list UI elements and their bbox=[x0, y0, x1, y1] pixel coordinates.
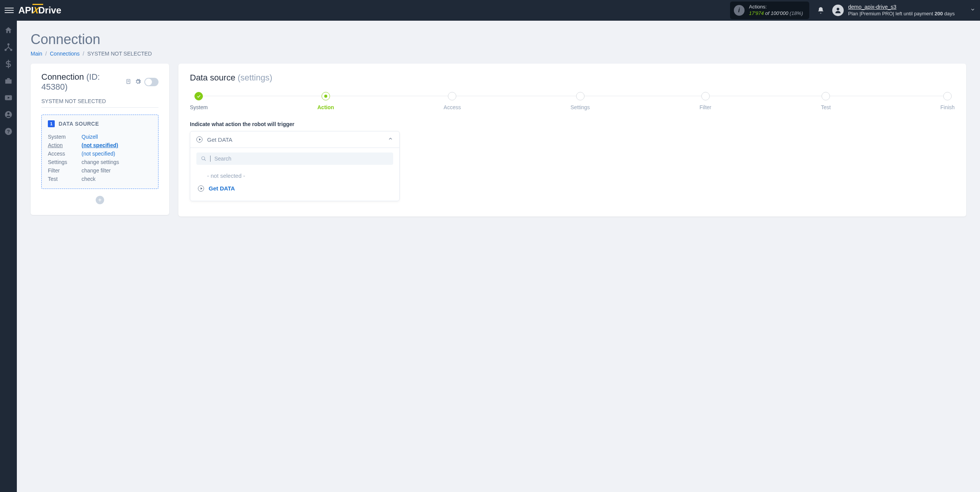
actions-counter[interactable]: i Actions: 17'974 of 100'000 (18%) bbox=[730, 2, 809, 19]
page-title: Connection bbox=[31, 31, 966, 48]
sidebar-help[interactable]: ? bbox=[4, 127, 13, 136]
panel-title: Data source (settings) bbox=[190, 73, 955, 83]
play-icon bbox=[196, 136, 203, 143]
svg-rect-11 bbox=[127, 79, 130, 84]
actions-total: 100'000 bbox=[771, 10, 788, 16]
sidebar: ? bbox=[0, 21, 17, 227]
sidebar-home[interactable] bbox=[4, 26, 13, 34]
main-content: Connection Main / Connections / SYSTEM N… bbox=[17, 21, 980, 227]
svg-point-1 bbox=[8, 44, 9, 45]
step-finish[interactable]: Finish bbox=[941, 92, 955, 110]
ds-filter-value[interactable]: change filter bbox=[82, 167, 111, 174]
sidebar-connections[interactable] bbox=[4, 43, 13, 51]
copy-icon[interactable] bbox=[125, 79, 132, 85]
bell-icon[interactable] bbox=[817, 7, 825, 14]
info-icon: i bbox=[734, 5, 745, 16]
breadcrumb-main[interactable]: Main bbox=[31, 51, 42, 57]
ds-row-access: Access (not specified) bbox=[48, 149, 152, 158]
ds-row-action: Action (not specified) bbox=[48, 141, 152, 149]
menu-button[interactable] bbox=[5, 6, 14, 15]
step-system[interactable]: System bbox=[190, 92, 208, 110]
search-box bbox=[196, 153, 393, 165]
actions-of: of bbox=[765, 10, 769, 16]
stepper: System Action Access Settings bbox=[190, 92, 955, 110]
actions-count: 17'974 bbox=[749, 10, 764, 16]
play-icon bbox=[198, 185, 204, 192]
instruction-text: Indicate what action the robot will trig… bbox=[190, 121, 955, 127]
actions-label: Actions: bbox=[749, 4, 803, 10]
step-badge: 1 bbox=[48, 120, 55, 127]
app-header: API X Drive i Actions: 17'974 of 100'000… bbox=[0, 0, 980, 21]
user-menu[interactable]: demo_apix-drive_s3 Plan |Premium PRO| le… bbox=[832, 3, 975, 17]
ds-access-value[interactable]: (not specified) bbox=[82, 151, 115, 157]
enable-toggle[interactable] bbox=[144, 78, 158, 86]
option-not-selected[interactable]: - not selected - bbox=[196, 169, 393, 182]
step-settings[interactable]: Settings bbox=[570, 92, 590, 110]
ds-row-test: Test check bbox=[48, 175, 152, 183]
svg-point-0 bbox=[836, 8, 839, 10]
svg-point-14 bbox=[202, 157, 205, 160]
svg-point-3 bbox=[11, 49, 12, 51]
sidebar-toolbox[interactable] bbox=[4, 77, 13, 85]
ds-row-settings: Settings change settings bbox=[48, 158, 152, 166]
step-access[interactable]: Access bbox=[444, 92, 461, 110]
svg-text:?: ? bbox=[7, 129, 10, 134]
breadcrumb: Main / Connections / SYSTEM NOT SELECTED bbox=[31, 51, 966, 57]
svg-point-8 bbox=[7, 113, 10, 115]
logo-drive: Drive bbox=[38, 5, 61, 16]
logo-api: API bbox=[18, 5, 34, 16]
connection-title: Connection (ID: 45380) bbox=[41, 72, 122, 92]
step-action[interactable]: Action bbox=[317, 92, 334, 110]
data-source-box: 1 DATA SOURCE System Quizell Action (not… bbox=[41, 115, 158, 189]
chevron-up-icon bbox=[388, 136, 393, 143]
option-get-data[interactable]: Get DATA bbox=[196, 182, 393, 195]
gear-icon[interactable] bbox=[135, 79, 141, 85]
svg-point-2 bbox=[5, 49, 7, 51]
breadcrumb-current: SYSTEM NOT SELECTED bbox=[87, 51, 152, 57]
ds-test-value[interactable]: check bbox=[82, 176, 96, 182]
svg-line-15 bbox=[204, 159, 206, 161]
logo[interactable]: API X Drive bbox=[18, 5, 61, 16]
dropdown-selected[interactable]: Get DATA bbox=[190, 131, 399, 148]
user-plan: Plan |Premium PRO| left until payment 20… bbox=[848, 11, 955, 17]
add-step-button[interactable]: + bbox=[96, 196, 104, 204]
system-not-selected-label: SYSTEM NOT SELECTED bbox=[41, 98, 158, 104]
ds-system-value[interactable]: Quizell bbox=[82, 134, 98, 140]
sidebar-account[interactable] bbox=[4, 110, 13, 119]
step-test[interactable]: Test bbox=[821, 92, 831, 110]
data-source-settings-panel: Data source (settings) System Action bbox=[178, 64, 966, 216]
step-filter[interactable]: Filter bbox=[699, 92, 711, 110]
dropdown-selected-text: Get DATA bbox=[207, 136, 232, 143]
dropdown-body: - not selected - Get DATA bbox=[190, 148, 399, 201]
sidebar-billing[interactable] bbox=[4, 60, 13, 68]
connection-panel: Connection (ID: 45380) SYSTEM NOT SELECT… bbox=[31, 64, 169, 215]
sidebar-video[interactable] bbox=[4, 93, 13, 102]
breadcrumb-connections[interactable]: Connections bbox=[50, 51, 80, 57]
ds-settings-value[interactable]: change settings bbox=[82, 159, 119, 165]
search-icon bbox=[201, 156, 206, 161]
chevron-down-icon bbox=[970, 7, 975, 14]
action-dropdown: Get DATA - not selected - Get DATA bbox=[190, 131, 400, 201]
ds-action-value[interactable]: (not specified) bbox=[82, 142, 118, 148]
data-source-title: DATA SOURCE bbox=[59, 121, 99, 127]
user-name: demo_apix-drive_s3 bbox=[848, 3, 955, 10]
ds-row-system: System Quizell bbox=[48, 133, 152, 141]
search-input[interactable] bbox=[214, 156, 389, 162]
avatar-icon bbox=[832, 5, 844, 16]
svg-rect-4 bbox=[5, 79, 12, 84]
ds-row-filter: Filter change filter bbox=[48, 166, 152, 175]
actions-pct: (18%) bbox=[790, 10, 803, 16]
